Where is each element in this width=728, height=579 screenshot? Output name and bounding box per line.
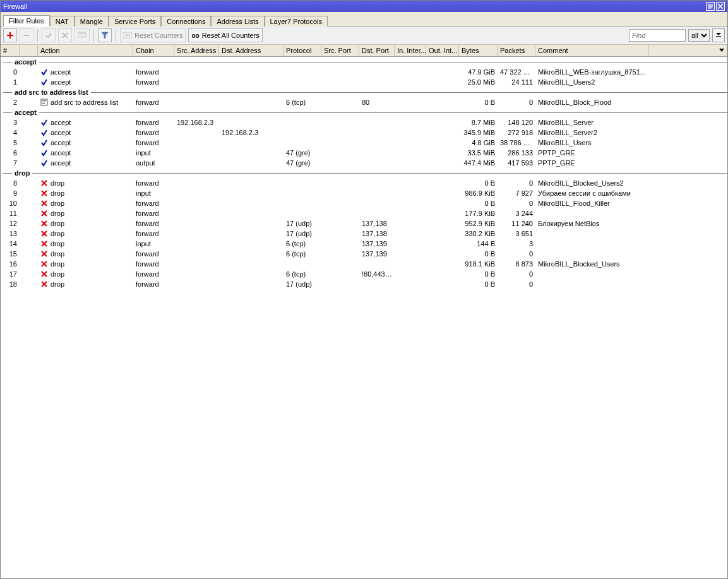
funnel-icon: [101, 32, 109, 39]
accept-icon: [40, 119, 48, 126]
add-button[interactable]: [3, 28, 17, 42]
filter-dropdown-button[interactable]: [712, 28, 725, 42]
cell-index: 16: [1, 260, 20, 268]
col-src[interactable]: Src. Address: [174, 45, 219, 56]
col-menu[interactable]: [649, 45, 727, 56]
cell-protocol: 17 (udp): [283, 230, 321, 237]
restore-button[interactable]: [706, 2, 715, 11]
cell-dst: 192.168.2.3: [219, 129, 283, 136]
rule-row[interactable]: 9dropinput986.9 KiB7 927Убираем сессии с…: [1, 188, 727, 198]
restore-icon: [708, 4, 713, 9]
remove-button[interactable]: [20, 28, 33, 42]
drop-icon: [40, 260, 48, 268]
cell-chain: forward: [133, 119, 174, 126]
cell-bytes: 144 B: [459, 240, 498, 248]
rule-row[interactable]: 6acceptinput47 (gre)33.5 MiB286 133PPTP_…: [1, 148, 727, 158]
cell-chain: forward: [133, 68, 174, 76]
rule-row[interactable]: 5acceptforward4.8 GiB38 786 156MikroBILL…: [1, 138, 727, 148]
cell-comment: MikroBILL_WEB-заглушка_8751...: [535, 68, 649, 76]
col-bytes[interactable]: Bytes: [459, 45, 498, 56]
col-dport[interactable]: Dst. Port: [359, 45, 395, 56]
cell-bytes: 447.4 MiB: [459, 159, 498, 167]
svg-rect-5: [7, 35, 13, 36]
group-header: accept: [1, 107, 727, 117]
cell-comment: MikroBILL_Flood_Killer: [535, 200, 649, 207]
close-button[interactable]: [716, 2, 725, 11]
rule-row[interactable]: 13dropforward17 (udp)137,138330.2 KiB3 6…: [1, 229, 727, 239]
rule-row[interactable]: 16dropforward918.1 KiB8 873MikroBILL_Blo…: [1, 259, 727, 269]
group-header: accept: [1, 57, 727, 67]
cell-packets: 0: [498, 98, 535, 106]
rule-row[interactable]: 10dropforward0 B0MikroBILL_Flood_Killer: [1, 198, 727, 208]
svg-text:00: 00: [125, 33, 130, 38]
cell-comment: MikroBILL_Blocked_Users: [535, 260, 649, 268]
tab-service-ports[interactable]: Service Ports: [109, 16, 161, 27]
col-action[interactable]: Action: [38, 45, 133, 56]
cell-index: 8: [1, 179, 20, 187]
cell-chain: forward: [133, 78, 174, 86]
col-dst[interactable]: Dst. Address: [219, 45, 283, 56]
col-out-if[interactable]: Out. Int...: [426, 45, 459, 56]
group-label: accept: [15, 109, 37, 116]
comment-button[interactable]: [75, 28, 90, 42]
cell-bytes: 0 B: [459, 200, 498, 207]
rule-row[interactable]: 12dropforward17 (udp)137,138952.9 KiB11 …: [1, 218, 727, 229]
counter-icon: 00: [123, 32, 132, 39]
rule-row[interactable]: 7acceptoutput47 (gre)447.4 MiB417 593PPT…: [1, 158, 727, 168]
group-label: add src to address list: [15, 88, 88, 96]
cell-action: accept: [38, 78, 133, 86]
cell-action: drop: [38, 200, 133, 207]
cell-packets: 0: [498, 250, 535, 258]
cell-chain: forward: [133, 250, 174, 258]
filter-button[interactable]: [98, 28, 112, 42]
rule-row[interactable]: 15dropforward6 (tcp)137,1390 B0: [1, 249, 727, 259]
cell-chain: forward: [133, 210, 174, 217]
cell-chain: forward: [133, 98, 174, 106]
cell-bytes: 330.2 KiB: [459, 230, 498, 237]
reset-counters-button[interactable]: 00 Reset Counters: [120, 28, 186, 42]
cell-chain: forward: [133, 270, 174, 278]
rule-row[interactable]: 1acceptforward25.0 MiB24 111MikroBILL_Us…: [1, 77, 727, 87]
tab-layer7-protocols[interactable]: Layer7 Protocols: [265, 16, 328, 27]
tab-connections[interactable]: Connections: [161, 16, 211, 27]
svg-rect-11: [80, 35, 83, 35]
cell-comment: Блокируем NetBios: [535, 220, 649, 227]
drop-icon: [40, 220, 48, 227]
tab-filter-rules[interactable]: Filter Rules: [3, 15, 50, 27]
col-flag[interactable]: [20, 45, 38, 56]
svg-rect-6: [23, 35, 30, 36]
group-header: drop: [1, 168, 727, 178]
cell-bytes: 918.1 KiB: [459, 260, 498, 268]
cell-action: drop: [38, 210, 133, 217]
col-index[interactable]: #: [1, 45, 20, 56]
cell-dport: 137,138: [359, 220, 395, 227]
col-sport[interactable]: Src. Port: [321, 45, 359, 56]
col-chain[interactable]: Chain: [133, 45, 174, 56]
rule-row[interactable]: 4acceptforward192.168.2.3345.9 MiB272 91…: [1, 128, 727, 138]
drop-icon: [40, 250, 48, 258]
cell-packets: 7 927: [498, 189, 535, 197]
tab-mangle[interactable]: Mangle: [75, 16, 109, 27]
rule-row[interactable]: 18dropforward17 (udp)0 B0: [1, 279, 727, 289]
rule-row[interactable]: 0acceptforward47.9 GiB47 322 933MikroBIL…: [1, 67, 727, 77]
cell-packets: 417 593: [498, 159, 535, 167]
rule-row[interactable]: 2add src to address listforward6 (tcp)80…: [1, 97, 727, 107]
filter-select[interactable]: all: [688, 29, 710, 42]
rule-row[interactable]: 14dropinput6 (tcp)137,139144 B3: [1, 239, 727, 249]
find-input[interactable]: [629, 29, 686, 42]
col-packets[interactable]: Packets: [498, 45, 535, 56]
cell-action: drop: [38, 260, 133, 268]
reset-all-counters-button[interactable]: oo Reset All Counters: [188, 28, 262, 42]
accept-icon: [40, 149, 48, 157]
enable-button[interactable]: [42, 28, 56, 42]
col-in-if[interactable]: In. Inter...: [395, 45, 426, 56]
rule-row[interactable]: 3acceptforward192.168.2.38.7 MiB148 120M…: [1, 117, 727, 128]
col-comment[interactable]: Comment: [535, 45, 649, 56]
rule-row[interactable]: 11dropforward177.9 KiB3 244: [1, 208, 727, 218]
disable-button[interactable]: [58, 28, 72, 42]
col-protocol[interactable]: Protocol: [283, 45, 321, 56]
tab-address-lists[interactable]: Address Lists: [211, 16, 264, 27]
rule-row[interactable]: 17dropforward6 (tcp)!80,443,8...0 B0: [1, 269, 727, 279]
rule-row[interactable]: 8dropforward0 B0MikroBILL_Blocked_Users2: [1, 178, 727, 188]
tab-nat[interactable]: NAT: [50, 16, 75, 27]
